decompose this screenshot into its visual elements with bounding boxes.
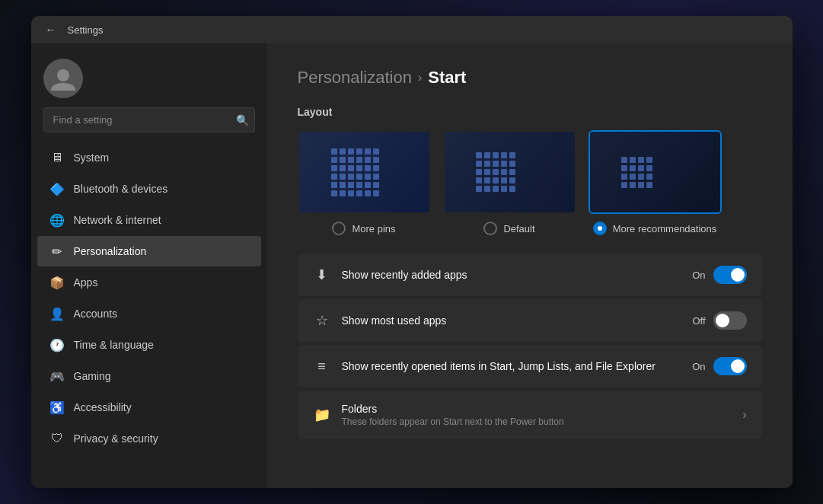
sidebar-item-apps[interactable]: 📦 Apps [37,267,261,298]
layout-option-more-pins[interactable]: More pins [298,130,431,235]
search-input[interactable] [43,107,255,132]
settings-rows: ⬇ Show recently added apps On ☆ Show mos… [298,254,762,388]
recently-added-toggle[interactable] [713,266,747,284]
window-title: Settings [68,24,104,36]
breadcrumb-separator: › [418,71,422,85]
sidebar-item-label: Gaming [74,370,111,382]
sidebar-item-system[interactable]: 🖥 System [37,142,261,173]
most-used-state-label: Off [692,315,705,327]
sidebar-item-bluetooth[interactable]: 🔷 Bluetooth & devices [37,174,261,204]
main-content: Personalization › Start Layout More pins [267,43,793,488]
layout-option-label: More recommendations [613,223,717,234]
layout-option-more-recommendations[interactable]: More recommendations [589,130,722,235]
content-area: 🔍 🖥 System 🔷 Bluetooth & devices 🌐 Netwo… [31,43,793,488]
sidebar-item-label: Time & language [74,339,154,351]
settings-window: ← Settings 🔍 🖥 System 🔷 B [31,16,793,488]
layout-preview-default [443,130,576,214]
settings-row-most-used: ☆ Show most used apps Off [298,299,762,342]
folder-icon: 📁 [313,407,331,423]
recently-opened-label: Show recently opened items in Start, Jum… [342,360,656,372]
recently-added-icon: ⬇ [313,266,331,283]
settings-row-left-recently-added: ⬇ Show recently added apps [313,266,467,283]
sidebar-item-gaming[interactable]: 🎮 Gaming [37,361,261,391]
settings-row-right-recently-added: On [692,266,746,284]
settings-row-right-recently-opened: On [692,357,746,375]
recently-added-label: Show recently added apps [342,269,467,281]
sidebar-item-accounts[interactable]: 👤 Accounts [37,298,261,329]
sidebar-item-label: Bluetooth & devices [74,183,168,195]
sidebar-item-time[interactable]: 🕐 Time & language [37,330,261,360]
folders-row-left: 📁 Folders These folders appear on Start … [313,403,564,427]
network-icon: 🌐 [49,212,65,228]
sidebar-item-label: Privacy & security [74,432,158,445]
breadcrumb: Personalization › Start [298,68,762,88]
layout-section-label: Layout [298,106,762,118]
recently-opened-toggle[interactable] [713,357,747,375]
folder-info: Folders These folders appear on Start ne… [342,403,564,427]
settings-row-right-most-used: Off [692,311,746,330]
svg-point-0 [57,69,69,81]
layout-preview-more-recommendations [589,130,722,214]
sidebar-item-privacy[interactable]: 🛡 Privacy & security [37,423,261,454]
layout-radio-default[interactable] [483,222,497,235]
layout-options: More pins Default More recommendations [298,130,762,235]
accounts-icon: 👤 [49,306,65,321]
settings-row-recently-added: ⬇ Show recently added apps On [298,254,762,296]
most-used-icon: ☆ [313,312,331,329]
layout-radio-more-recommendations[interactable] [593,222,607,235]
folders-row[interactable]: 📁 Folders These folders appear on Start … [298,391,762,439]
apps-icon: 📦 [49,275,65,290]
nav-list: 🖥 System 🔷 Bluetooth & devices 🌐 Network… [31,142,267,455]
time-icon: 🕐 [49,337,65,352]
sidebar: 🔍 🖥 System 🔷 Bluetooth & devices 🌐 Netwo… [31,43,267,488]
settings-row-left-recently-opened: ≡ Show recently opened items in Start, J… [313,359,656,375]
layout-option-default[interactable]: Default [443,130,576,235]
breadcrumb-current: Start [428,68,466,88]
back-button[interactable]: ← [40,19,62,40]
titlebar: ← Settings [31,16,793,43]
privacy-icon: 🛡 [49,431,65,446]
layout-preview-more-pins [298,130,431,214]
gaming-icon: 🎮 [49,368,65,384]
system-icon: 🖥 [49,150,65,165]
layout-radio-row-more-pins: More pins [332,222,395,235]
sidebar-item-network[interactable]: 🌐 Network & internet [37,205,261,235]
user-section [31,43,267,107]
personalization-icon: ✏ [49,244,65,259]
sidebar-item-label: Apps [74,276,98,289]
search-button[interactable]: 🔍 [236,114,249,126]
recently-added-state-label: On [692,270,705,281]
sidebar-item-personalization[interactable]: ✏ Personalization [37,236,261,266]
settings-row-recently-opened: ≡ Show recently opened items in Start, J… [298,345,762,388]
breadcrumb-parent[interactable]: Personalization [298,68,412,88]
search-box: 🔍 [43,107,255,132]
folders-chevron-icon: › [742,408,746,422]
recently-opened-icon: ≡ [313,359,331,375]
folder-title: Folders [342,403,564,415]
folder-subtitle: These folders appear on Start next to th… [342,416,564,427]
sidebar-item-label: Personalization [74,245,147,257]
recently-opened-state-label: On [692,361,705,372]
avatar [43,59,83,98]
bluetooth-icon: 🔷 [49,181,65,196]
layout-radio-more-pins[interactable] [332,222,346,235]
sidebar-item-label: Network & internet [74,214,161,226]
most-used-toggle[interactable] [713,311,747,330]
sidebar-item-label: System [74,152,110,164]
layout-option-label: Default [503,223,534,234]
accessibility-icon: ♿ [49,400,65,415]
layout-option-label: More pins [352,223,395,234]
most-used-label: Show most used apps [342,314,447,327]
sidebar-item-label: Accessibility [74,401,132,413]
sidebar-item-label: Accounts [74,308,118,320]
layout-radio-row-more-recommendations: More recommendations [593,222,717,235]
settings-row-left-most-used: ☆ Show most used apps [313,312,447,329]
sidebar-item-accessibility[interactable]: ♿ Accessibility [37,392,261,423]
layout-radio-row-default: Default [483,222,534,235]
